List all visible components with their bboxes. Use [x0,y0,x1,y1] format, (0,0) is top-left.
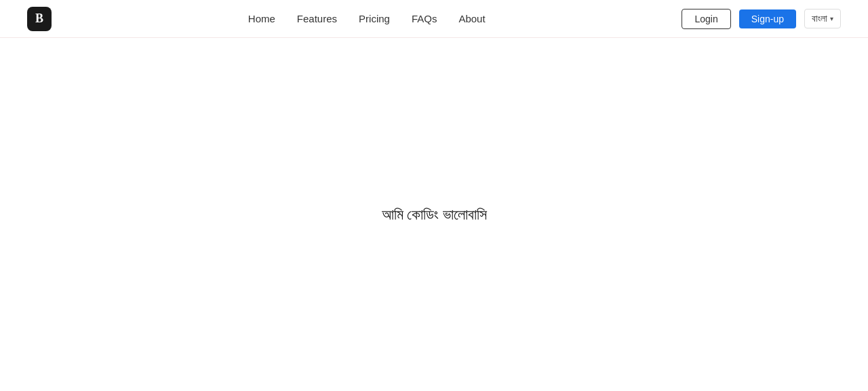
language-selector[interactable]: বাংলা ▾ [804,9,841,28]
nav-about[interactable]: About [458,13,485,24]
main-nav: Home Features Pricing FAQs About [248,13,486,24]
logo-icon: B [27,7,52,31]
signup-button[interactable]: Sign-up [739,9,796,28]
login-button[interactable]: Login [682,9,730,29]
header-right: Login Sign-up বাংলা ▾ [682,9,841,29]
nav-pricing[interactable]: Pricing [359,13,390,24]
nav-faqs[interactable]: FAQs [412,13,437,24]
site-header: B Home Features Pricing FAQs About Login… [0,0,868,38]
logo[interactable]: B [27,7,52,31]
chevron-down-icon: ▾ [830,15,833,22]
main-content: আমি কোডিং ভালোবাসি [0,38,868,391]
nav-home[interactable]: Home [248,13,275,24]
nav-features[interactable]: Features [297,13,337,24]
center-text: আমি কোডিং ভালোবাসি [382,206,487,224]
language-label: বাংলা [812,13,827,24]
